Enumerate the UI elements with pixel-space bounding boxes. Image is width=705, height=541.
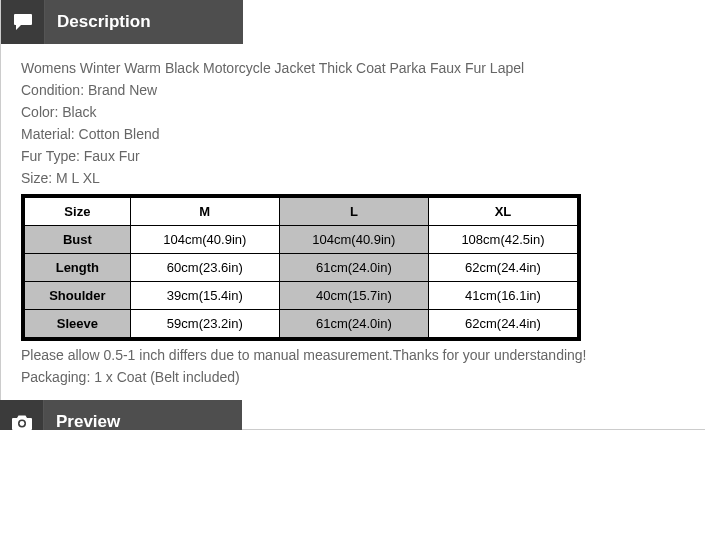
cell-length-m: 60cm(23.6in) — [130, 254, 279, 282]
size-chart: Size M L XL Bust 104cm(40.9in) 104cm(40.… — [21, 194, 581, 341]
row-label-bust: Bust — [25, 226, 131, 254]
cell-bust-m: 104cm(40.9in) — [130, 226, 279, 254]
cell-length-l: 61cm(24.0in) — [279, 254, 428, 282]
preview-header: Preview — [0, 400, 242, 430]
fur-type-line: Fur Type: Faux Fur — [21, 148, 705, 164]
header-xl: XL — [428, 198, 577, 226]
row-label-sleeve: Sleeve — [25, 310, 131, 338]
description-title: Description — [45, 0, 243, 44]
table-row: Bust 104cm(40.9in) 104cm(40.9in) 108cm(4… — [25, 226, 578, 254]
table-row: Shoulder 39cm(15.4in) 40cm(15.7in) 41cm(… — [25, 282, 578, 310]
product-description-panel: Description Womens Winter Warm Black Mot… — [0, 0, 705, 430]
product-title-line: Womens Winter Warm Black Motorcycle Jack… — [21, 60, 705, 76]
cell-bust-xl: 108cm(42.5in) — [428, 226, 577, 254]
description-content: Womens Winter Warm Black Motorcycle Jack… — [1, 44, 705, 385]
table-row: Sleeve 59cm(23.2in) 61cm(24.0in) 62cm(24… — [25, 310, 578, 338]
header-l: L — [279, 198, 428, 226]
table-header-row: Size M L XL — [25, 198, 578, 226]
cell-sleeve-m: 59cm(23.2in) — [130, 310, 279, 338]
cell-shoulder-l: 40cm(15.7in) — [279, 282, 428, 310]
cell-sleeve-xl: 62cm(24.4in) — [428, 310, 577, 338]
row-label-length: Length — [25, 254, 131, 282]
measurement-note: Please allow 0.5-1 inch differs due to m… — [21, 347, 705, 363]
cell-length-xl: 62cm(24.4in) — [428, 254, 577, 282]
description-text-block: Womens Winter Warm Black Motorcycle Jack… — [21, 60, 705, 186]
size-table: Size M L XL Bust 104cm(40.9in) 104cm(40.… — [24, 197, 578, 338]
preview-title: Preview — [44, 400, 242, 430]
table-row: Length 60cm(23.6in) 61cm(24.0in) 62cm(24… — [25, 254, 578, 282]
condition-line: Condition: Brand New — [21, 82, 705, 98]
header-m: M — [130, 198, 279, 226]
cell-sleeve-l: 61cm(24.0in) — [279, 310, 428, 338]
cell-shoulder-xl: 41cm(16.1in) — [428, 282, 577, 310]
header-size: Size — [25, 198, 131, 226]
camera-icon — [0, 400, 44, 430]
svg-point-1 — [19, 421, 24, 426]
row-label-shoulder: Shoulder — [25, 282, 131, 310]
size-line: Size: M L XL — [21, 170, 705, 186]
material-line: Material: Cotton Blend — [21, 126, 705, 142]
speech-bubble-icon — [1, 0, 45, 44]
packaging-line: Packaging: 1 x Coat (Belt included) — [21, 369, 705, 385]
description-header: Description — [1, 0, 243, 44]
color-line: Color: Black — [21, 104, 705, 120]
cell-bust-l: 104cm(40.9in) — [279, 226, 428, 254]
cell-shoulder-m: 39cm(15.4in) — [130, 282, 279, 310]
